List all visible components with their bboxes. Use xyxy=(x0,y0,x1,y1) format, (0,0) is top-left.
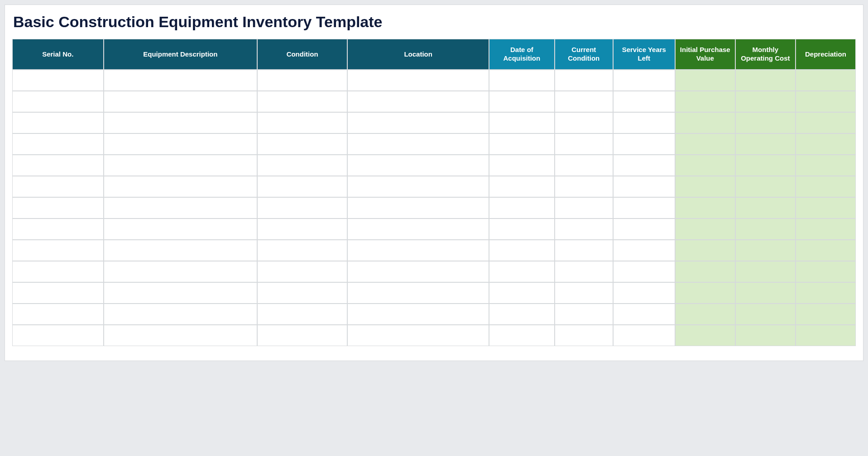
cell-depr[interactable] xyxy=(796,325,856,346)
cell-desc[interactable] xyxy=(104,218,258,240)
cell-month[interactable] xyxy=(735,176,796,197)
cell-ccond[interactable] xyxy=(555,197,613,218)
cell-loc[interactable] xyxy=(347,155,489,176)
cell-date[interactable] xyxy=(489,176,554,197)
cell-serial[interactable] xyxy=(12,155,104,176)
cell-month[interactable] xyxy=(735,112,796,133)
cell-ccond[interactable] xyxy=(555,155,613,176)
cell-serial[interactable] xyxy=(12,197,104,218)
cell-years[interactable] xyxy=(613,261,675,282)
cell-init[interactable] xyxy=(675,325,735,346)
cell-depr[interactable] xyxy=(796,282,856,304)
cell-cond[interactable] xyxy=(257,261,347,282)
cell-ccond[interactable] xyxy=(555,133,613,155)
cell-month[interactable] xyxy=(735,91,796,112)
cell-init[interactable] xyxy=(675,91,735,112)
cell-serial[interactable] xyxy=(12,133,104,155)
cell-init[interactable] xyxy=(675,218,735,240)
cell-date[interactable] xyxy=(489,261,554,282)
cell-desc[interactable] xyxy=(104,325,258,346)
cell-serial[interactable] xyxy=(12,91,104,112)
cell-depr[interactable] xyxy=(796,155,856,176)
cell-years[interactable] xyxy=(613,240,675,261)
cell-depr[interactable] xyxy=(796,240,856,261)
cell-loc[interactable] xyxy=(347,304,489,325)
cell-serial[interactable] xyxy=(12,218,104,240)
cell-date[interactable] xyxy=(489,197,554,218)
cell-init[interactable] xyxy=(675,70,735,91)
cell-desc[interactable] xyxy=(104,197,258,218)
cell-depr[interactable] xyxy=(796,197,856,218)
cell-cond[interactable] xyxy=(257,197,347,218)
cell-ccond[interactable] xyxy=(555,112,613,133)
cell-serial[interactable] xyxy=(12,325,104,346)
cell-date[interactable] xyxy=(489,70,554,91)
cell-month[interactable] xyxy=(735,282,796,304)
cell-date[interactable] xyxy=(489,155,554,176)
cell-init[interactable] xyxy=(675,304,735,325)
cell-depr[interactable] xyxy=(796,261,856,282)
cell-init[interactable] xyxy=(675,282,735,304)
cell-years[interactable] xyxy=(613,112,675,133)
cell-cond[interactable] xyxy=(257,91,347,112)
cell-ccond[interactable] xyxy=(555,218,613,240)
cell-month[interactable] xyxy=(735,133,796,155)
cell-ccond[interactable] xyxy=(555,304,613,325)
cell-loc[interactable] xyxy=(347,133,489,155)
cell-month[interactable] xyxy=(735,218,796,240)
cell-serial[interactable] xyxy=(12,70,104,91)
cell-serial[interactable] xyxy=(12,282,104,304)
cell-date[interactable] xyxy=(489,112,554,133)
cell-init[interactable] xyxy=(675,197,735,218)
cell-date[interactable] xyxy=(489,282,554,304)
cell-cond[interactable] xyxy=(257,304,347,325)
cell-date[interactable] xyxy=(489,218,554,240)
cell-month[interactable] xyxy=(735,261,796,282)
cell-cond[interactable] xyxy=(257,133,347,155)
cell-years[interactable] xyxy=(613,133,675,155)
cell-cond[interactable] xyxy=(257,155,347,176)
cell-loc[interactable] xyxy=(347,112,489,133)
cell-depr[interactable] xyxy=(796,91,856,112)
cell-desc[interactable] xyxy=(104,304,258,325)
cell-init[interactable] xyxy=(675,240,735,261)
cell-depr[interactable] xyxy=(796,176,856,197)
cell-years[interactable] xyxy=(613,325,675,346)
cell-loc[interactable] xyxy=(347,218,489,240)
cell-init[interactable] xyxy=(675,133,735,155)
cell-desc[interactable] xyxy=(104,240,258,261)
cell-desc[interactable] xyxy=(104,70,258,91)
cell-desc[interactable] xyxy=(104,91,258,112)
cell-cond[interactable] xyxy=(257,240,347,261)
cell-serial[interactable] xyxy=(12,261,104,282)
cell-month[interactable] xyxy=(735,325,796,346)
cell-depr[interactable] xyxy=(796,218,856,240)
cell-loc[interactable] xyxy=(347,261,489,282)
cell-ccond[interactable] xyxy=(555,282,613,304)
cell-serial[interactable] xyxy=(12,112,104,133)
cell-desc[interactable] xyxy=(104,282,258,304)
cell-loc[interactable] xyxy=(347,176,489,197)
cell-years[interactable] xyxy=(613,218,675,240)
cell-init[interactable] xyxy=(675,176,735,197)
cell-loc[interactable] xyxy=(347,197,489,218)
cell-years[interactable] xyxy=(613,176,675,197)
cell-init[interactable] xyxy=(675,112,735,133)
cell-cond[interactable] xyxy=(257,70,347,91)
cell-ccond[interactable] xyxy=(555,325,613,346)
cell-cond[interactable] xyxy=(257,282,347,304)
cell-cond[interactable] xyxy=(257,112,347,133)
cell-cond[interactable] xyxy=(257,325,347,346)
cell-date[interactable] xyxy=(489,91,554,112)
cell-serial[interactable] xyxy=(12,240,104,261)
cell-ccond[interactable] xyxy=(555,91,613,112)
cell-month[interactable] xyxy=(735,155,796,176)
cell-depr[interactable] xyxy=(796,304,856,325)
cell-years[interactable] xyxy=(613,304,675,325)
cell-loc[interactable] xyxy=(347,240,489,261)
cell-years[interactable] xyxy=(613,282,675,304)
cell-desc[interactable] xyxy=(104,112,258,133)
cell-desc[interactable] xyxy=(104,133,258,155)
cell-loc[interactable] xyxy=(347,325,489,346)
cell-cond[interactable] xyxy=(257,176,347,197)
